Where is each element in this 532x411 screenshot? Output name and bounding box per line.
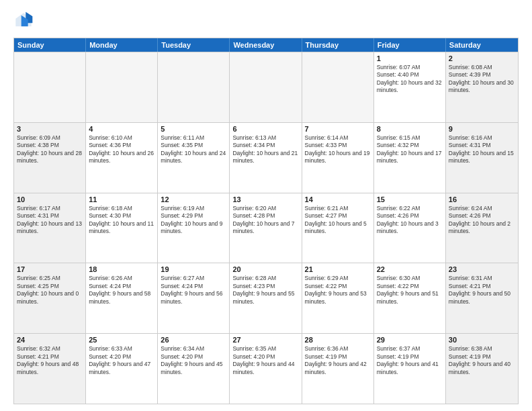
day-number: 30 (449, 336, 515, 344)
day-number: 21 (305, 265, 371, 273)
cell-text: Sunrise: 6:34 AM Sunset: 4:20 PM Dayligh… (161, 345, 226, 376)
cell-text: Sunrise: 6:30 AM Sunset: 4:22 PM Dayligh… (377, 275, 443, 306)
day-cell-19: 19Sunrise: 6:27 AM Sunset: 4:24 PM Dayli… (158, 263, 230, 333)
cell-text: Sunrise: 6:27 AM Sunset: 4:24 PM Dayligh… (161, 275, 226, 306)
cell-text: Sunrise: 6:13 AM Sunset: 4:34 PM Dayligh… (232, 134, 298, 165)
day-cell-25: 25Sunrise: 6:33 AM Sunset: 4:20 PM Dayli… (86, 334, 158, 404)
day-cell-9: 9Sunrise: 6:16 AM Sunset: 4:31 PM Daylig… (446, 123, 518, 193)
day-number: 10 (17, 195, 83, 203)
empty-cell-0-3 (230, 52, 302, 122)
cell-text: Sunrise: 6:17 AM Sunset: 4:31 PM Dayligh… (17, 205, 83, 236)
day-number: 2 (449, 54, 515, 62)
day-cell-28: 28Sunrise: 6:36 AM Sunset: 4:19 PM Dayli… (302, 334, 374, 404)
logo-icon (13, 11, 34, 31)
day-cell-5: 5Sunrise: 6:11 AM Sunset: 4:35 PM Daylig… (158, 123, 230, 193)
cell-text: Sunrise: 6:35 AM Sunset: 4:20 PM Dayligh… (232, 345, 298, 376)
day-cell-1: 1Sunrise: 6:07 AM Sunset: 4:40 PM Daylig… (374, 52, 446, 122)
day-cell-4: 4Sunrise: 6:10 AM Sunset: 4:36 PM Daylig… (86, 123, 158, 193)
day-number: 17 (17, 265, 83, 273)
day-cell-14: 14Sunrise: 6:21 AM Sunset: 4:27 PM Dayli… (302, 193, 374, 263)
day-number: 27 (232, 336, 298, 344)
cell-text: Sunrise: 6:15 AM Sunset: 4:32 PM Dayligh… (377, 134, 443, 165)
day-number: 13 (232, 195, 298, 203)
calendar-row-4: 24Sunrise: 6:32 AM Sunset: 4:21 PM Dayli… (14, 333, 518, 404)
cell-text: Sunrise: 6:25 AM Sunset: 4:25 PM Dayligh… (17, 275, 83, 306)
day-number: 19 (161, 265, 226, 273)
day-cell-7: 7Sunrise: 6:14 AM Sunset: 4:33 PM Daylig… (302, 123, 374, 193)
header-cell-wednesday: Wednesday (230, 38, 302, 52)
header-cell-friday: Friday (374, 38, 446, 52)
header-cell-saturday: Saturday (446, 38, 518, 52)
cell-text: Sunrise: 6:21 AM Sunset: 4:27 PM Dayligh… (305, 205, 371, 236)
cell-text: Sunrise: 6:07 AM Sunset: 4:40 PM Dayligh… (377, 64, 443, 95)
header-cell-thursday: Thursday (302, 38, 374, 52)
day-number: 18 (89, 265, 154, 273)
logo (13, 11, 36, 31)
day-cell-13: 13Sunrise: 6:20 AM Sunset: 4:28 PM Dayli… (230, 193, 302, 263)
calendar-row-3: 17Sunrise: 6:25 AM Sunset: 4:25 PM Dayli… (14, 263, 518, 333)
day-number: 23 (449, 265, 515, 273)
day-number: 1 (377, 54, 443, 62)
cell-text: Sunrise: 6:26 AM Sunset: 4:24 PM Dayligh… (89, 275, 154, 306)
day-number: 20 (232, 265, 298, 273)
day-number: 8 (377, 125, 443, 133)
day-cell-16: 16Sunrise: 6:24 AM Sunset: 4:26 PM Dayli… (446, 193, 518, 263)
day-number: 26 (161, 336, 226, 344)
day-cell-6: 6Sunrise: 6:13 AM Sunset: 4:34 PM Daylig… (230, 123, 302, 193)
day-cell-2: 2Sunrise: 6:08 AM Sunset: 4:39 PM Daylig… (446, 52, 518, 122)
day-cell-18: 18Sunrise: 6:26 AM Sunset: 4:24 PM Dayli… (86, 263, 158, 333)
day-cell-3: 3Sunrise: 6:09 AM Sunset: 4:38 PM Daylig… (14, 123, 86, 193)
day-cell-21: 21Sunrise: 6:29 AM Sunset: 4:22 PM Dayli… (302, 263, 374, 333)
calendar-header: SundayMondayTuesdayWednesdayThursdayFrid… (14, 38, 518, 52)
day-number: 29 (377, 336, 443, 344)
cell-text: Sunrise: 6:31 AM Sunset: 4:21 PM Dayligh… (449, 275, 515, 306)
day-number: 5 (161, 125, 226, 133)
cell-text: Sunrise: 6:18 AM Sunset: 4:30 PM Dayligh… (89, 205, 154, 236)
day-cell-29: 29Sunrise: 6:37 AM Sunset: 4:19 PM Dayli… (374, 334, 446, 404)
cell-text: Sunrise: 6:20 AM Sunset: 4:28 PM Dayligh… (232, 205, 298, 236)
empty-cell-0-0 (14, 52, 86, 122)
cell-text: Sunrise: 6:11 AM Sunset: 4:35 PM Dayligh… (161, 134, 226, 165)
page: SundayMondayTuesdayWednesdayThursdayFrid… (0, 0, 532, 411)
day-number: 22 (377, 265, 443, 273)
day-number: 25 (89, 336, 154, 344)
empty-cell-0-4 (302, 52, 374, 122)
day-cell-17: 17Sunrise: 6:25 AM Sunset: 4:25 PM Dayli… (14, 263, 86, 333)
day-cell-23: 23Sunrise: 6:31 AM Sunset: 4:21 PM Dayli… (446, 263, 518, 333)
header-cell-tuesday: Tuesday (158, 38, 230, 52)
cell-text: Sunrise: 6:14 AM Sunset: 4:33 PM Dayligh… (305, 134, 371, 165)
day-number: 3 (17, 125, 83, 133)
header-cell-sunday: Sunday (14, 38, 86, 52)
cell-text: Sunrise: 6:37 AM Sunset: 4:19 PM Dayligh… (377, 345, 443, 376)
cell-text: Sunrise: 6:29 AM Sunset: 4:22 PM Dayligh… (305, 275, 371, 306)
cell-text: Sunrise: 6:28 AM Sunset: 4:23 PM Dayligh… (232, 275, 298, 306)
day-cell-11: 11Sunrise: 6:18 AM Sunset: 4:30 PM Dayli… (86, 193, 158, 263)
day-cell-24: 24Sunrise: 6:32 AM Sunset: 4:21 PM Dayli… (14, 334, 86, 404)
day-number: 24 (17, 336, 83, 344)
cell-text: Sunrise: 6:08 AM Sunset: 4:39 PM Dayligh… (449, 64, 515, 95)
calendar-body: 1Sunrise: 6:07 AM Sunset: 4:40 PM Daylig… (14, 52, 518, 404)
day-number: 11 (89, 195, 154, 203)
day-cell-15: 15Sunrise: 6:22 AM Sunset: 4:26 PM Dayli… (374, 193, 446, 263)
day-number: 15 (377, 195, 443, 203)
cell-text: Sunrise: 6:09 AM Sunset: 4:38 PM Dayligh… (17, 134, 83, 165)
day-cell-27: 27Sunrise: 6:35 AM Sunset: 4:20 PM Dayli… (230, 334, 302, 404)
day-number: 6 (232, 125, 298, 133)
cell-text: Sunrise: 6:38 AM Sunset: 4:19 PM Dayligh… (449, 345, 515, 376)
day-number: 9 (449, 125, 515, 133)
empty-cell-0-1 (86, 52, 158, 122)
header (13, 11, 519, 31)
day-number: 12 (161, 195, 226, 203)
day-cell-20: 20Sunrise: 6:28 AM Sunset: 4:23 PM Dayli… (230, 263, 302, 333)
day-cell-12: 12Sunrise: 6:19 AM Sunset: 4:29 PM Dayli… (158, 193, 230, 263)
day-cell-8: 8Sunrise: 6:15 AM Sunset: 4:32 PM Daylig… (374, 123, 446, 193)
day-number: 16 (449, 195, 515, 203)
empty-cell-0-2 (158, 52, 230, 122)
cell-text: Sunrise: 6:33 AM Sunset: 4:20 PM Dayligh… (89, 345, 154, 376)
cell-text: Sunrise: 6:22 AM Sunset: 4:26 PM Dayligh… (377, 205, 443, 236)
header-cell-monday: Monday (86, 38, 158, 52)
calendar-row-0: 1Sunrise: 6:07 AM Sunset: 4:40 PM Daylig… (14, 52, 518, 122)
cell-text: Sunrise: 6:19 AM Sunset: 4:29 PM Dayligh… (161, 205, 226, 236)
cell-text: Sunrise: 6:32 AM Sunset: 4:21 PM Dayligh… (17, 345, 83, 376)
calendar-row-2: 10Sunrise: 6:17 AM Sunset: 4:31 PM Dayli… (14, 193, 518, 263)
